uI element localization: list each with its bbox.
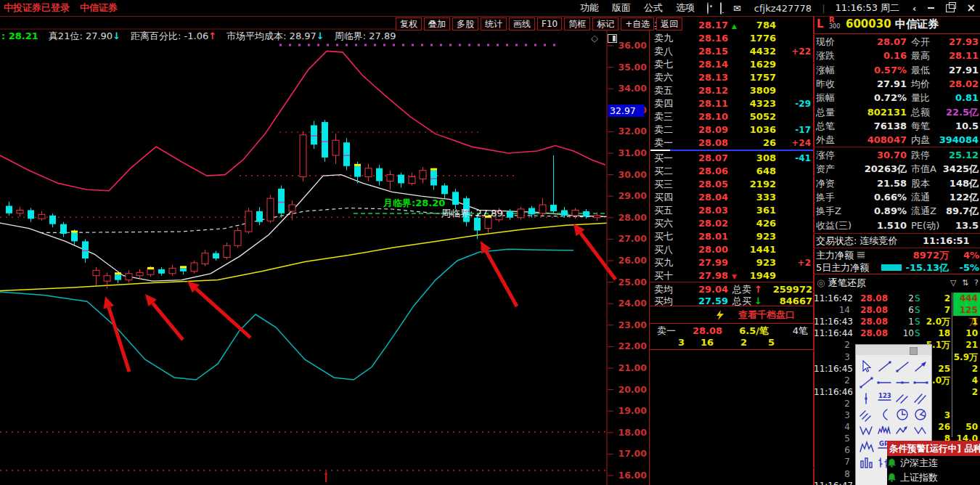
sell-queue-row[interactable]: 卖八28.154432+22 xyxy=(650,45,814,58)
tool-vol-bars[interactable] xyxy=(858,455,875,470)
tool-h-segment[interactable] xyxy=(912,375,930,390)
buy-queue-row[interactable]: 买十27.98▼1949 xyxy=(650,269,814,282)
toolbar-button-multi-stock[interactable]: 多股 xyxy=(452,17,478,30)
list-icon[interactable] xyxy=(857,252,865,258)
back-button[interactable]: ‹ xyxy=(912,3,916,14)
tick-row[interactable]: 11:16:4228.082S2444 xyxy=(813,293,980,304)
arrow-line-icon xyxy=(912,359,929,374)
gann-123-icon: 123 xyxy=(876,391,893,406)
tool-zigzag[interactable] xyxy=(912,423,930,438)
tool-h-ray[interactable] xyxy=(876,375,894,390)
h-line-icon xyxy=(894,375,911,390)
buy-queue-row[interactable]: 买六28.02426 xyxy=(650,217,814,230)
tool-segment[interactable] xyxy=(858,375,875,390)
tool-arrow-line[interactable] xyxy=(912,359,930,374)
buy-queue-row[interactable]: 买五28.03361 xyxy=(650,204,814,217)
tool-trend-line[interactable] xyxy=(876,359,894,374)
title-bar: 中投证券已登录 中信证券 功能 版面 公式 选项 ✉ cfjkz427778 |… xyxy=(0,0,980,17)
condition-alert-banner[interactable]: 条件预警[运行中] 品种数 xyxy=(887,441,980,456)
tick-list-header[interactable]: ◎逐笔还原▽⇅? xyxy=(813,275,980,291)
sell-queue-row[interactable]: 卖三28.105052 xyxy=(650,110,814,123)
tool-parallel-c[interactable] xyxy=(858,407,875,422)
indicator-item-2: 市场平均成本: 28.97 xyxy=(226,30,317,41)
palette-titlebar[interactable] xyxy=(856,345,931,355)
toolbar-button-mark[interactable]: 标记 xyxy=(592,17,618,30)
menu-formula[interactable]: 公式 xyxy=(644,1,663,15)
tool-circle-time[interactable] xyxy=(894,407,912,422)
sell-queue-row[interactable]: 卖五28.123809 xyxy=(650,84,814,97)
pie-icon xyxy=(912,407,929,422)
diamond-icon[interactable]: ◇ xyxy=(591,33,598,44)
parallel-a-icon xyxy=(894,391,911,406)
indicator-arrow: ↓ xyxy=(113,30,121,41)
sort-icon[interactable]: ⇅ xyxy=(962,275,968,291)
tool-pointer[interactable] xyxy=(858,359,875,374)
indicator-arrow: ↓ xyxy=(317,30,324,41)
candlestick-chart[interactable]: 月临界:28.20周临界: 27.8936.0035.0034.0033.003… xyxy=(0,16,649,485)
clock: 11:16:53 周二 xyxy=(836,1,900,15)
buy-queue-row[interactable]: 买一28.07308-41 xyxy=(650,152,814,165)
tool-ray-line[interactable] xyxy=(894,359,912,374)
circle-chevron-icon[interactable]: ◎ xyxy=(817,275,825,291)
sell-queue-row[interactable]: 卖四28.114323-29 xyxy=(650,97,814,110)
sell-queue-row[interactable]: 卖九28.161776 xyxy=(650,32,814,45)
alert-area: 条件预警[运行中] 品种数 沪深主连上证指数 xyxy=(887,441,980,485)
tool-parallel-a[interactable] xyxy=(894,391,912,406)
tick-row[interactable]: 11:16:4428.0810S1810 xyxy=(813,327,980,339)
buy-queue-row[interactable]: 买九27.99923+2 xyxy=(650,256,814,269)
tool-wave-count[interactable] xyxy=(876,423,894,438)
tick-row[interactable]: 11:16:4328.081S2.0万1 xyxy=(813,316,980,327)
chart-toolbar: 复权叠加多股统计画线F10简框标记+自选返回 xyxy=(396,17,682,30)
stock-name: 中信证券 xyxy=(895,16,939,32)
toolbar-button-overlay[interactable]: 叠加 xyxy=(424,17,450,30)
window-icon[interactable] xyxy=(608,34,617,43)
stock-code: 600030 xyxy=(846,16,891,32)
tool-parallel-b[interactable] xyxy=(912,391,930,406)
buy-queue-row[interactable]: 买七28.01923 xyxy=(650,230,814,243)
buy-queue-row[interactable]: 买二28.06648 xyxy=(650,165,814,178)
axis-label: 27.00 xyxy=(618,233,647,244)
toolbar-button-add-favorite[interactable]: +自选 xyxy=(621,17,654,30)
toolbar-button-simple-frame[interactable]: 简框 xyxy=(564,17,590,30)
menu-function[interactable]: 功能 xyxy=(580,1,599,15)
tool-h-line[interactable] xyxy=(894,375,912,390)
menu-layout[interactable]: 版面 xyxy=(612,1,631,15)
buy-queue-row[interactable]: 买三28.052192 xyxy=(650,178,814,191)
tool-w-wave[interactable] xyxy=(858,423,875,438)
refresh-icon[interactable] xyxy=(707,2,709,15)
toolbar-button-draw-line[interactable]: 画线 xyxy=(509,17,535,30)
sell-queue-row[interactable]: 卖二28.091036-17 xyxy=(650,123,814,136)
tool-peaks[interactable] xyxy=(858,439,875,454)
axis-marker-value: 32.97 xyxy=(610,105,636,116)
restore-button[interactable] xyxy=(946,4,955,12)
sell-queue-row[interactable]: 卖六28.131757 xyxy=(650,71,814,84)
per-trade-row: 卖一28.086.5/笔4笔 xyxy=(650,325,814,337)
buy-queue-row[interactable]: 买八28.001441 xyxy=(650,243,814,256)
filter-icon[interactable]: ▽ xyxy=(950,275,956,291)
alert-item-1[interactable]: 上证指数 xyxy=(887,470,980,485)
toolbar-button-back[interactable]: 返回 xyxy=(656,17,682,30)
tool-zigzag-arrow[interactable] xyxy=(894,423,912,438)
minimize-button[interactable] xyxy=(928,7,934,9)
buy-queue-row[interactable]: 买四28.04333 xyxy=(650,191,814,204)
menu-options[interactable]: 选项 xyxy=(676,1,695,15)
close-button[interactable]: × xyxy=(966,1,976,15)
tool-pie[interactable] xyxy=(912,407,930,422)
toolbar-button-restore-rights[interactable]: 复权 xyxy=(396,17,422,30)
tick-row[interactable]: 1428.086S7125万 xyxy=(813,304,980,316)
mobile-icon[interactable] xyxy=(720,2,722,15)
quote-row: 涨幅0.57%最低27.91 xyxy=(813,63,980,77)
segment-icon xyxy=(858,375,875,390)
mail-icon[interactable]: ✉ xyxy=(733,3,741,14)
help-icon[interactable]: ? xyxy=(974,275,979,291)
view-1000-level-row[interactable]: 查看千档盘口 xyxy=(650,307,814,323)
sell-queue-row[interactable]: 卖七28.141629 xyxy=(650,58,814,71)
tool-gann-123[interactable]: 123 xyxy=(876,391,894,406)
alert-item-0[interactable]: 沪深主连 xyxy=(887,456,980,470)
palette-close-button[interactable] xyxy=(910,347,918,355)
tool-v-line[interactable] xyxy=(858,391,875,406)
toolbar-button-statistics[interactable]: 统计 xyxy=(481,17,507,30)
sell-queue-row[interactable]: 卖一28.0826+24 xyxy=(650,136,814,150)
toolbar-button-f10[interactable]: F10 xyxy=(537,17,562,30)
tool-arc[interactable] xyxy=(876,407,894,422)
